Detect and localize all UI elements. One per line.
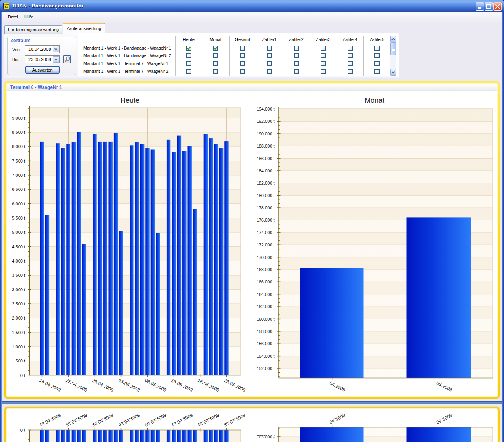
svg-text:152.000 t: 152.000 t [257,435,275,439]
svg-text:18.05.2008: 18.05.2008 [197,413,220,428]
svg-text:Monat: Monat [365,96,384,104]
svg-text:23.04.2008: 23.04.2008 [65,378,88,393]
svg-text:23.04.2008: 23.04.2008 [65,413,88,428]
svg-text:174.000 t: 174.000 t [257,230,275,235]
svg-text:5.500 t: 5.500 t [12,216,25,220]
svg-text:3.000 t: 3.000 t [12,287,25,292]
svg-text:152.000 t: 152.000 t [257,366,275,371]
svg-text:04.2008: 04.2008 [329,413,346,425]
svg-text:18.04.2008: 18.04.2008 [39,378,62,393]
svg-text:08.05.2008: 08.05.2008 [144,378,167,393]
svg-text:176.000 t: 176.000 t [257,218,275,222]
svg-text:4.000 t: 4.000 t [12,259,25,263]
svg-text:172.000 t: 172.000 t [257,242,275,247]
svg-text:160.000 t: 160.000 t [257,317,275,322]
svg-text:7.500 t: 7.500 t [12,159,25,163]
svg-text:500 t: 500 t [16,359,25,363]
svg-text:18.05.2008: 18.05.2008 [197,378,220,393]
svg-text:164.000 t: 164.000 t [257,292,275,297]
svg-text:1.500 t: 1.500 t [12,330,25,335]
svg-text:03.05.2008: 03.05.2008 [118,378,141,393]
svg-text:168.000 t: 168.000 t [257,267,275,272]
svg-text:0 t: 0 t [20,428,25,433]
svg-text:23.05.2008: 23.05.2008 [223,378,246,393]
svg-text:18.04.2008: 18.04.2008 [39,413,62,428]
svg-text:2.000 t: 2.000 t [12,316,25,320]
svg-text:23.05.2008: 23.05.2008 [223,413,246,428]
svg-text:180.000 t: 180.000 t [257,193,275,198]
svg-text:186.000 t: 186.000 t [257,156,275,161]
svg-text:0 t: 0 t [20,373,25,378]
svg-text:6.000 t: 6.000 t [12,202,25,206]
svg-text:182.000 t: 182.000 t [257,181,275,185]
svg-text:13.05.2008: 13.05.2008 [170,413,194,428]
svg-text:08.05.2008: 08.05.2008 [144,413,167,428]
svg-text:170.000 t: 170.000 t [257,255,275,260]
svg-text:156.000 t: 156.000 t [257,341,275,346]
svg-text:162.000 t: 162.000 t [257,304,275,309]
svg-text:184.000 t: 184.000 t [257,168,275,173]
svg-text:Heute: Heute [120,96,139,104]
svg-text:166.000 t: 166.000 t [257,279,275,284]
svg-text:13.05.2008: 13.05.2008 [170,378,194,393]
svg-text:5.000 t: 5.000 t [12,230,25,235]
svg-text:9.000 t: 9.000 t [12,116,25,120]
svg-text:3.500 t: 3.500 t [12,273,25,277]
svg-text:7.000 t: 7.000 t [12,173,25,178]
svg-text:28.04.2008: 28.04.2008 [91,378,115,393]
svg-text:188.000 t: 188.000 t [257,144,275,148]
svg-text:192.000 t: 192.000 t [257,119,275,124]
svg-text:05.2008: 05.2008 [435,381,453,392]
svg-text:158.000 t: 158.000 t [257,329,275,334]
svg-text:05.2008: 05.2008 [435,413,453,425]
svg-text:28.04.2008: 28.04.2008 [91,413,115,428]
svg-text:190.000 t: 190.000 t [257,131,275,136]
svg-text:1.000 t: 1.000 t [12,344,25,349]
svg-text:03.05.2008: 03.05.2008 [118,413,141,428]
svg-text:178.000 t: 178.000 t [257,205,275,210]
svg-text:6.500 t: 6.500 t [12,187,25,192]
svg-text:04.2008: 04.2008 [329,381,346,392]
svg-text:8.500 t: 8.500 t [12,130,25,135]
svg-text:4.500 t: 4.500 t [12,244,25,249]
svg-text:154.000 t: 154.000 t [257,354,275,359]
svg-text:8.000 t: 8.000 t [12,144,25,149]
svg-text:194.000 t: 194.000 t [257,107,275,111]
svg-text:2.500 t: 2.500 t [12,301,25,306]
